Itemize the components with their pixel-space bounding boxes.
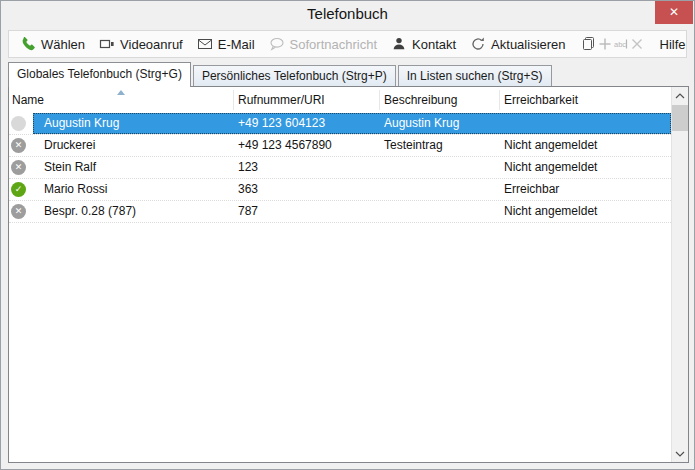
chevron-down-icon <box>675 451 685 457</box>
contact-name: Stein Ralf <box>44 157 96 178</box>
vertical-scrollbar[interactable] <box>671 87 688 462</box>
tab-bar: Globales Telefonbuch (Strg+G) Persönlich… <box>8 62 554 87</box>
contact-availability: Erreichbar <box>504 179 559 200</box>
column-label: Erreichbarkeit <box>504 93 578 107</box>
svg-text:abc: abc <box>614 40 626 49</box>
video-call-label: Videoanruf <box>120 37 183 52</box>
column-header-availability[interactable]: Erreichbarkeit <box>504 87 578 113</box>
status-offline-icon <box>11 160 26 175</box>
contact-number: 123 <box>238 157 258 178</box>
table-header: Name Rufnummer/URI Beschreibung Erreichb… <box>9 87 671 113</box>
person-icon <box>391 36 407 52</box>
table-row[interactable]: Mario Rossi363Erreichbar <box>9 179 671 201</box>
status-neutral-icon <box>11 116 26 131</box>
contact-button[interactable]: Kontakt <box>384 32 463 56</box>
contact-availability: Nicht angemeldet <box>504 157 597 178</box>
help-label: Hilfe <box>660 37 686 52</box>
dial-label: Wählen <box>41 37 85 52</box>
status-available-icon <box>11 182 26 197</box>
contact-name: Bespr. 0.28 (787) <box>44 201 136 222</box>
table-rows: Augustin Krug+49 123 604123Augustin Krug… <box>9 113 671 223</box>
close-icon: ✕ <box>669 5 679 19</box>
delete-x-icon <box>629 36 645 52</box>
column-separator[interactable] <box>499 90 500 110</box>
tab-search-lists[interactable]: In Listen suchen (Strg+S) <box>398 65 552 86</box>
tab-personal-phonebook[interactable]: Persönliches Telefonbuch (Strg+P) <box>193 65 396 86</box>
selection-highlight <box>33 113 671 134</box>
table-row[interactable]: Stein Ralf123Nicht angemeldet <box>9 157 671 179</box>
contact-name: Augustin Krug <box>44 113 119 134</box>
contact-number: 787 <box>238 201 258 222</box>
contacts-table: Name Rufnummer/URI Beschreibung Erreichb… <box>8 86 689 463</box>
add-button[interactable] <box>597 32 613 56</box>
column-header-name[interactable]: Name <box>12 87 44 113</box>
contact-name: Druckerei <box>44 135 95 156</box>
contact-number: +49 123 4567890 <box>238 135 332 156</box>
contact-availability: Nicht angemeldet <box>504 201 597 222</box>
column-separator[interactable] <box>379 90 380 110</box>
rename-button[interactable]: abc <box>613 32 629 56</box>
instant-message-button[interactable]: Sofortnachricht <box>262 32 384 56</box>
contact-number: 363 <box>238 179 258 200</box>
video-camera-icon <box>99 36 115 52</box>
tab-label: Persönliches Telefonbuch (Strg+P) <box>202 69 387 83</box>
copy-button[interactable] <box>581 32 597 56</box>
column-header-number[interactable]: Rufnummer/URI <box>238 87 325 113</box>
copy-icon <box>581 36 597 52</box>
help-button[interactable]: Hilfe <box>653 32 693 56</box>
phone-icon <box>20 36 36 52</box>
toolbar: Wählen Videoanruf E-Mail Sofortnachricht… <box>8 30 687 58</box>
scroll-down-button[interactable] <box>672 445 688 462</box>
column-header-description[interactable]: Beschreibung <box>384 87 457 113</box>
plus-icon <box>597 36 613 52</box>
contact-number: +49 123 604123 <box>238 113 325 134</box>
scroll-up-button[interactable] <box>672 87 688 104</box>
window-title: Telefonbuch <box>1 1 694 27</box>
tab-label: In Listen suchen (Strg+S) <box>407 69 543 83</box>
chevron-up-icon <box>675 93 685 99</box>
dial-button[interactable]: Wählen <box>13 32 92 56</box>
refresh-label: Aktualisieren <box>491 37 565 52</box>
contact-description: Augustin Krug <box>384 113 459 134</box>
titlebar: Telefonbuch ✕ <box>1 1 694 29</box>
table-row[interactable]: Druckerei+49 123 4567890TesteintragNicht… <box>9 135 671 157</box>
contact-availability: Nicht angemeldet <box>504 135 597 156</box>
column-label: Rufnummer/URI <box>238 93 325 107</box>
instant-message-label: Sofortnachricht <box>290 37 377 52</box>
column-separator[interactable] <box>233 90 234 110</box>
video-call-button[interactable]: Videoanruf <box>92 32 190 56</box>
chat-bubble-icon <box>269 36 285 52</box>
column-label: Name <box>12 93 44 107</box>
table-row[interactable]: Augustin Krug+49 123 604123Augustin Krug <box>9 113 671 135</box>
email-button[interactable]: E-Mail <box>190 32 262 56</box>
rename-icon: abc <box>613 36 629 52</box>
table-row[interactable]: Bespr. 0.28 (787)787Nicht angemeldet <box>9 201 671 223</box>
refresh-icon <box>470 36 486 52</box>
refresh-button[interactable]: Aktualisieren <box>463 32 572 56</box>
telefonbuch-window: Telefonbuch ✕ Wählen Videoanruf E-Mail S… <box>0 0 695 470</box>
scrollbar-thumb[interactable] <box>672 105 688 131</box>
close-button[interactable]: ✕ <box>655 1 693 24</box>
sort-ascending-icon <box>117 90 125 95</box>
contact-description: Testeintrag <box>384 135 443 156</box>
envelope-icon <box>197 36 213 52</box>
contact-name: Mario Rossi <box>44 179 107 200</box>
status-offline-icon <box>11 204 26 219</box>
status-offline-icon <box>11 138 26 153</box>
delete-button[interactable] <box>629 32 645 56</box>
tab-label: Globales Telefonbuch (Strg+G) <box>17 67 182 81</box>
tab-global-phonebook[interactable]: Globales Telefonbuch (Strg+G) <box>8 62 191 87</box>
email-label: E-Mail <box>218 37 255 52</box>
column-label: Beschreibung <box>384 93 457 107</box>
contact-label: Kontakt <box>412 37 456 52</box>
